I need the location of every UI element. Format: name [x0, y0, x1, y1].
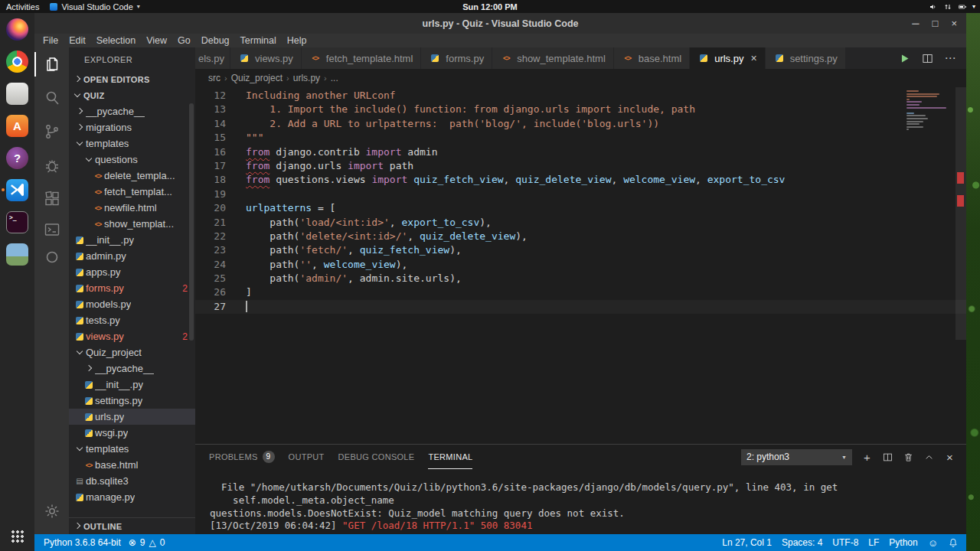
- dock-item-firefox[interactable]: [0, 13, 34, 45]
- tree-item-__pycache__[interactable]: __pycache__: [69, 360, 195, 377]
- split-terminal-button[interactable]: [877, 448, 898, 465]
- tab-forms.py[interactable]: forms.py: [421, 47, 492, 69]
- tree-item-urls.py[interactable]: urls.py: [69, 409, 195, 425]
- menu-edit[interactable]: Edit: [64, 35, 91, 46]
- tab-settings.py[interactable]: settings.py: [766, 47, 846, 69]
- menu-debug[interactable]: Debug: [196, 35, 235, 46]
- code-line-21[interactable]: 21 path('load/<int:id>', export_to_csv),: [195, 216, 966, 230]
- tab-els.py[interactable]: els.py: [195, 47, 230, 69]
- panel-tab-terminal[interactable]: TERMINAL: [428, 445, 472, 469]
- tree-item-db.sqlite3[interactable]: ▤db.sqlite3: [69, 473, 195, 489]
- source-control-icon[interactable]: [34, 115, 69, 148]
- code-line-12[interactable]: 12Including another URLconf: [195, 89, 966, 103]
- language-mode[interactable]: Python: [889, 537, 917, 548]
- debug-icon[interactable]: [34, 148, 69, 182]
- workspace-section[interactable]: QUIZ: [69, 87, 195, 103]
- dock-item-help[interactable]: ?: [0, 142, 34, 174]
- open-editors-section[interactable]: OPEN EDITORS: [69, 71, 195, 87]
- code-line-14[interactable]: 14 2. Add a URL to urlpatterns: path('bl…: [195, 117, 966, 131]
- tab-views.py[interactable]: views.py: [230, 47, 302, 69]
- menu-terminal[interactable]: Terminal: [235, 35, 282, 46]
- close-button[interactable]: ×: [951, 18, 957, 29]
- code-line-19[interactable]: 19: [195, 187, 966, 201]
- kill-terminal-button[interactable]: [898, 448, 919, 465]
- minimize-button[interactable]: ─: [912, 18, 919, 29]
- tree-item-templates[interactable]: templates: [69, 441, 195, 457]
- new-terminal-button[interactable]: +: [857, 448, 877, 465]
- dock-item-files-app[interactable]: [0, 77, 34, 109]
- show-applications-button[interactable]: [0, 522, 34, 551]
- sidebar-scrollbar[interactable]: [189, 103, 194, 341]
- bell-icon[interactable]: [948, 537, 959, 548]
- menu-file[interactable]: File: [38, 35, 64, 46]
- menu-go[interactable]: Go: [172, 35, 196, 46]
- menu-selection[interactable]: Selection: [91, 35, 141, 46]
- tree-item-models.py[interactable]: models.py: [69, 296, 195, 312]
- dock-item-terminal-app[interactable]: >_: [0, 206, 34, 238]
- tree-item-admin.py[interactable]: admin.py: [69, 248, 195, 264]
- close-panel-button[interactable]: ×: [939, 448, 960, 465]
- tree-item-tests.py[interactable]: tests.py: [69, 312, 195, 328]
- code-line-22[interactable]: 22 path('delete/<int:id>/', quiz_delete_…: [195, 230, 966, 243]
- code-editor[interactable]: 12Including another URLconf13 1. Import …: [195, 87, 966, 444]
- dock-item-vscode[interactable]: [0, 174, 34, 206]
- code-line-20[interactable]: 20urlpatterns = [: [195, 201, 966, 215]
- code-line-24[interactable]: 24 path('', welcome_view),: [195, 258, 966, 272]
- eol[interactable]: LF: [868, 537, 879, 548]
- search-icon[interactable]: [34, 81, 69, 115]
- terminal-box-icon[interactable]: [34, 216, 69, 243]
- tree-item-fetch_templat...[interactable]: <>fetch_templat...: [69, 184, 195, 200]
- tree-item-apps.py[interactable]: apps.py: [69, 264, 195, 280]
- files-icon[interactable]: [34, 47, 69, 81]
- panel-tab-debug-console[interactable]: DEBUG CONSOLE: [338, 445, 415, 469]
- breadcrumb-item[interactable]: Quiz_project: [230, 73, 284, 83]
- tree-item-questions[interactable]: questions: [69, 152, 195, 168]
- encoding[interactable]: UTF-8: [832, 537, 858, 548]
- cursor-position[interactable]: Ln 27, Col 1: [722, 537, 772, 548]
- close-tab-icon[interactable]: ×: [750, 52, 756, 64]
- outline-section[interactable]: OUTLINE: [69, 517, 195, 534]
- breadcrumb-item[interactable]: urls.py: [292, 73, 322, 83]
- code-line-15[interactable]: 15""": [195, 131, 966, 145]
- dock-item-image-viewer[interactable]: [0, 238, 34, 270]
- tree-item-manage.py[interactable]: manage.py: [69, 489, 195, 505]
- terminal-selector[interactable]: 2: python3 ▼: [741, 449, 852, 465]
- code-line-17[interactable]: 17from django.urls import path: [195, 159, 966, 173]
- minimap[interactable]: [906, 90, 954, 135]
- tree-item-show_templat...[interactable]: <>show_templat...: [69, 216, 195, 232]
- code-line-13[interactable]: 13 1. Import the include() function: fro…: [195, 103, 966, 116]
- code-line-18[interactable]: 18from questions.views import quiz_fetch…: [195, 173, 966, 187]
- tree-item-settings.py[interactable]: settings.py: [69, 393, 195, 409]
- system-indicators[interactable]: ▾: [929, 0, 975, 13]
- scrollbar-thumb[interactable]: [956, 87, 966, 340]
- maximize-button[interactable]: □: [933, 18, 939, 29]
- dock-item-ubuntu-software[interactable]: A: [0, 109, 34, 142]
- tab-fetch_template.html[interactable]: <>fetch_template.html: [302, 47, 421, 69]
- code-line-27[interactable]: 27: [195, 300, 966, 314]
- code-line-23[interactable]: 23 path('fetch/', quiz_fetch_view),: [195, 243, 966, 257]
- code-line-26[interactable]: 26]: [195, 285, 966, 299]
- tab-base.html[interactable]: <>base.html: [614, 47, 690, 69]
- panel-tab-output[interactable]: OUTPUT: [289, 445, 325, 469]
- tree-item-base.html[interactable]: <>base.html: [69, 457, 195, 473]
- breadcrumb-item[interactable]: src: [207, 73, 222, 83]
- tree-item-forms.py[interactable]: forms.py2: [69, 280, 195, 296]
- maximize-panel-button[interactable]: [919, 448, 939, 465]
- tree-item-views.py[interactable]: views.py2: [69, 328, 195, 344]
- gear-icon[interactable]: [34, 494, 69, 528]
- tree-item-__pycache__[interactable]: __pycache__: [69, 103, 195, 119]
- clock[interactable]: Sun 12:00 PM: [0, 2, 980, 11]
- dock-item-chrome[interactable]: [0, 45, 34, 77]
- tab-urls.py[interactable]: urls.py×: [690, 47, 765, 69]
- tree-item-templates[interactable]: templates: [69, 135, 195, 152]
- tree-item-__init__.py[interactable]: __init__.py: [69, 232, 195, 248]
- tree-item-delete_templa...[interactable]: <>delete_templa...: [69, 168, 195, 184]
- tab-show_template.html[interactable]: <>show_template.html: [492, 47, 614, 69]
- tree-item-__init__.py[interactable]: __init__.py: [69, 377, 195, 393]
- ring-icon[interactable]: [34, 243, 69, 271]
- extensions-icon[interactable]: [34, 182, 69, 216]
- code-line-16[interactable]: 16from django.contrib import admin: [195, 145, 966, 159]
- editor-scrollbar[interactable]: [956, 87, 966, 444]
- python-interpreter-status[interactable]: Python 3.6.8 64-bit: [44, 537, 121, 548]
- menu-view[interactable]: View: [141, 35, 172, 46]
